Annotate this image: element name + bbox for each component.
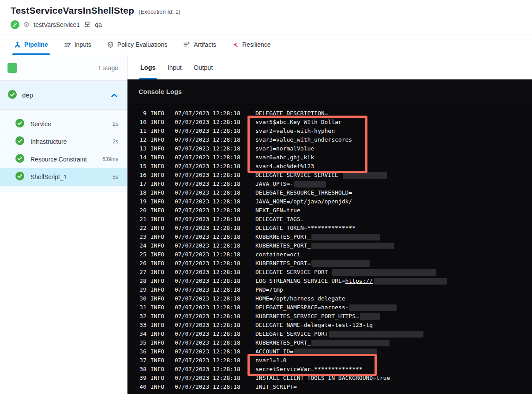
sidebar-step-resource-constraint[interactable]: Resource Constraint639ms [0, 150, 127, 168]
tab-output[interactable]: Output [194, 55, 213, 79]
log-link[interactable]: https:// [345, 277, 373, 285]
log-timestamp: 07/07/2023 12:28:18 [175, 250, 241, 259]
log-level: INFO [150, 153, 165, 162]
sidebar-step-shellscript-1[interactable]: ShellScript_15s [0, 168, 127, 186]
log-line-number: 11 [127, 127, 146, 135]
log-timestamp: 07/07/2023 12:28:18 [175, 144, 241, 153]
log-row: 38INFO07/07/2023 12:28:18secretServiceVa… [127, 365, 532, 374]
log-level: INFO [150, 268, 165, 277]
log-line-number: 40 [127, 383, 146, 391]
success-check-icon [15, 136, 24, 147]
log-line-number: 15 [127, 162, 146, 171]
sidebar-step-infrastructure[interactable]: Infrastructure2s [0, 133, 127, 150]
execution-page: TestServiceVarsInShellStep (Execution Id… [0, 0, 532, 394]
log-message: NEXT_GEN=true [255, 206, 300, 215]
log-line-number: 16 [127, 171, 146, 180]
log-text: KUBERNETES_PORT_ [255, 338, 311, 347]
log-level: INFO [150, 277, 165, 285]
tab-pipeline-label: Pipeline [24, 41, 48, 48]
step-label: Resource Constraint [30, 156, 102, 163]
log-message: ACCOUNT_ID= [255, 347, 377, 356]
tab-policy-evaluations[interactable]: Policy Evaluations [107, 34, 168, 55]
log-row: 37INFO07/07/2023 12:28:18nvar1=1.0 [127, 356, 532, 365]
log-message: HOME=/opt/harness-delegate [255, 294, 345, 303]
artifacts-icon [183, 41, 190, 48]
log-level: INFO [150, 330, 165, 338]
log-timestamp: 07/07/2023 12:28:18 [175, 233, 241, 241]
log-level: INFO [150, 312, 165, 321]
log-row: 14INFO07/07/2023 12:28:18svar6=abc,ghj,k… [127, 153, 532, 162]
log-timestamp: 07/07/2023 12:28:18 [175, 241, 241, 250]
log-message: INIT_SCRIPT= [255, 383, 297, 391]
log-line-number: 9 [127, 109, 146, 118]
log-row: 28INFO07/07/2023 12:28:18LOG_STREAMING_S… [127, 277, 532, 285]
log-timestamp: 07/07/2023 12:28:18 [175, 374, 241, 383]
log-message: secretServiceVar=************** [255, 365, 363, 374]
log-tabbar: Logs Input Output [127, 55, 532, 79]
sidebar-step-service[interactable]: Service2s [0, 115, 127, 133]
step-duration: 2s [112, 121, 118, 127]
log-text: DELEGATE_SERVICE_SERVICE_ [255, 171, 342, 180]
console-log-area[interactable]: 9INFO07/07/2023 12:28:18DELEGATE_DESCRIP… [127, 104, 532, 394]
log-text: DELEGATE_DESCRIPTION= [255, 109, 328, 118]
log-level: INFO [150, 144, 165, 153]
log-text: HOME=/opt/harness-delegate [255, 294, 345, 303]
log-row: 13INFO07/07/2023 12:28:18svar1=normalVal… [127, 144, 532, 153]
console-title: Console Logs [139, 88, 182, 95]
tab-logs[interactable]: Logs [140, 55, 156, 79]
log-row: 20INFO07/07/2023 12:28:18NEXT_GEN=true [127, 206, 532, 215]
log-timestamp: 07/07/2023 12:28:18 [175, 285, 241, 294]
log-text: svar3=value_with_underscores [255, 135, 352, 144]
log-timestamp: 07/07/2023 12:28:18 [175, 188, 241, 197]
tab-resilience[interactable]: Resilience [232, 34, 271, 55]
redacted-value [329, 331, 423, 338]
log-level: INFO [150, 171, 165, 180]
log-timestamp: 07/07/2023 12:28:18 [175, 383, 241, 391]
log-level: INFO [150, 374, 165, 383]
tab-pipeline[interactable]: Pipeline [14, 34, 48, 55]
log-timestamp: 07/07/2023 12:28:18 [175, 347, 241, 356]
log-text: svar2=value-with-hyphen [255, 127, 335, 135]
log-line-number: 29 [127, 285, 146, 294]
log-row: 9INFO07/07/2023 12:28:18DELEGATE_DESCRIP… [127, 109, 532, 118]
log-timestamp: 07/07/2023 12:28:18 [175, 127, 241, 135]
stage-group-dep[interactable]: dep [0, 81, 127, 110]
redacted-value [311, 260, 370, 267]
stage-group-label: dep [22, 91, 111, 99]
execution-header: TestServiceVarsInShellStep (Execution Id… [0, 0, 532, 34]
tab-inputs[interactable]: Inputs [64, 34, 91, 55]
log-row: 23INFO07/07/2023 12:28:18KUBERNETES_PORT… [127, 233, 532, 241]
log-line-number: 13 [127, 144, 146, 153]
chevron-up-icon[interactable] [111, 91, 117, 99]
environment-name[interactable]: qa [95, 21, 102, 28]
log-text: PWD=/tmp [255, 285, 283, 294]
log-timestamp: 07/07/2023 12:28:18 [175, 356, 241, 365]
log-message: DELEGATE_DESCRIPTION= [255, 109, 328, 118]
log-text: DELEGATE_NAMESPACE=harness- [255, 303, 348, 312]
log-message: svar1=normalValue [255, 144, 314, 153]
stage-status-square[interactable] [7, 63, 17, 73]
service-name[interactable]: testVarsService1 [34, 21, 80, 28]
tab-policy-evaluations-label: Policy Evaluations [117, 41, 168, 48]
log-message: KUBERNETES_PORT_ [255, 241, 394, 250]
log-message: container=oci [255, 250, 300, 259]
step-label: Service [30, 120, 112, 128]
log-level: INFO [150, 241, 165, 250]
log-row: 29INFO07/07/2023 12:28:18PWD=/tmp [127, 285, 532, 294]
log-text: DELEGATE_TOKEN=************** [255, 224, 356, 233]
log-level: INFO [150, 233, 165, 241]
tab-artifacts[interactable]: Artifacts [183, 34, 216, 55]
log-row: 18INFO07/07/2023 12:28:18DELEGATE_RESOUR… [127, 188, 532, 197]
log-message: DELEGATE_NAME=delegate-test-123-tg [255, 321, 373, 330]
tab-input[interactable]: Input [168, 55, 182, 79]
log-line-number: 38 [127, 365, 146, 374]
log-message: INSTALL_CLIENT_TOOLS_IN_BACKGROUND=true [255, 374, 390, 383]
log-message: KUBERNETES_PORT_ [255, 233, 380, 241]
log-line-number: 18 [127, 188, 146, 197]
console-header: Console Logs [127, 79, 532, 104]
log-level: INFO [150, 180, 165, 188]
log-row: 24INFO07/07/2023 12:28:18KUBERNETES_PORT… [127, 241, 532, 250]
log-level: INFO [150, 135, 165, 144]
log-row: 27INFO07/07/2023 12:28:18DELEGATE_SERVIC… [127, 268, 532, 277]
log-timestamp: 07/07/2023 12:28:18 [175, 303, 241, 312]
